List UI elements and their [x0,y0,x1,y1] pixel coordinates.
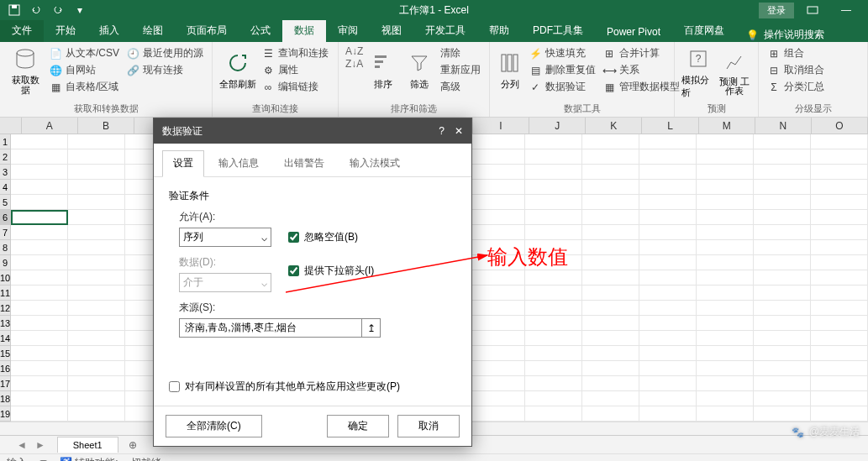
from-web-button[interactable]: 🌐自网站 [47,62,121,78]
row-8[interactable]: 8 [0,240,11,255]
col-K[interactable]: K [586,118,642,134]
forecast-button[interactable]: 预测 工作表 [718,45,752,99]
row-11[interactable]: 11 [0,286,11,301]
cancel-button[interactable]: 取消 [397,415,460,437]
range-selector-icon[interactable]: ↥ [362,318,381,338]
row-15[interactable]: 15 [0,346,11,361]
macro-record-icon[interactable]: ▢ [39,458,48,462]
subtotal-button[interactable]: Σ分类汇总 [765,79,826,95]
existing-conn-button[interactable]: 🔗现有连接 [124,62,205,78]
refresh-all-button[interactable]: 全部刷新 [219,45,256,95]
recent-sources-button[interactable]: 🕘最近使用的源 [124,45,205,61]
tab-powerpivot[interactable]: Power Pivot [595,22,672,42]
ungroup-button[interactable]: ⊟取消组合 [765,62,826,78]
sort-button[interactable]: 排序 [366,45,399,95]
filter-button[interactable]: 筛选 [402,45,435,95]
login-button[interactable]: 登录 [759,3,794,18]
tab-pdf[interactable]: PDF工具集 [521,19,595,42]
row-14[interactable]: 14 [0,331,11,346]
edit-links-button[interactable]: ∞编辑链接 [260,79,330,95]
col-M[interactable]: M [699,118,755,134]
whatif-button[interactable]: ? 模拟分析 [681,45,715,99]
add-sheet-icon[interactable]: ⊕ [120,439,145,451]
apply-all-checkbox[interactable]: 对有同样设置的所有其他单元格应用这些更改(P) [169,380,456,394]
row-6[interactable]: 6 [0,210,11,225]
file-tab[interactable]: 文件 [0,19,44,42]
row-16[interactable]: 16 [0,361,11,376]
tab-home[interactable]: 开始 [44,19,87,42]
row-1[interactable]: 1 [0,134,11,149]
col-A[interactable]: A [22,118,78,134]
help-icon[interactable]: ? [439,125,445,137]
advanced-button[interactable]: 高级 [439,79,482,95]
tab-draw[interactable]: 绘图 [131,19,175,42]
flash-fill-button[interactable]: ⚡快速填充 [527,45,597,61]
col-B[interactable]: B [78,118,134,134]
col-J[interactable]: J [529,118,586,134]
data-model-button[interactable]: ▦管理数据模型 [601,79,681,95]
properties-button[interactable]: ⚙属性 [260,62,330,78]
tab-formulas[interactable]: 公式 [239,19,282,42]
sheet-nav-next-icon[interactable]: ► [35,439,45,451]
row-10[interactable]: 10 [0,270,11,286]
relationships-button[interactable]: ⟷关系 [601,62,681,78]
ok-button[interactable]: 确定 [327,415,389,437]
row-2[interactable]: 2 [0,149,11,165]
sheet-tab-1[interactable]: Sheet1 [57,437,118,453]
tab-data[interactable]: 数据 [282,19,326,42]
tab-help[interactable]: 帮助 [477,19,521,42]
col-L[interactable]: L [642,118,698,134]
row-3[interactable]: 3 [0,165,11,180]
col-O[interactable]: O [812,118,868,134]
group-rows-button[interactable]: ⊞组合 [765,45,826,61]
col-N[interactable]: N [755,118,812,134]
sort-za-button[interactable]: Z↓A [345,58,363,70]
qat-dropdown-icon[interactable]: ▾ [71,2,89,18]
save-icon[interactable] [5,2,24,18]
from-table-button[interactable]: ▦自表格/区域 [47,79,121,95]
minimize-icon[interactable]: — [831,2,861,18]
source-input[interactable] [179,318,362,338]
row-12[interactable]: 12 [0,301,11,316]
row-5[interactable]: 5 [0,195,11,210]
from-csv-button[interactable]: 📄从文本/CSV [47,45,121,61]
dlg-tab-error[interactable]: 出错警告 [273,150,335,176]
data-validation-button[interactable]: ✓数据验证 [527,79,597,95]
dlg-tab-input[interactable]: 输入信息 [208,150,270,176]
row-18[interactable]: 18 [0,391,11,406]
row-7[interactable]: 7 [0,225,11,240]
close-icon[interactable]: ✕ [455,125,463,137]
consolidate-button[interactable]: ⊞合并计算 [601,45,681,61]
tab-baidu[interactable]: 百度网盘 [672,19,736,42]
get-data-button[interactable]: 获取数 据 [7,45,44,95]
tab-view[interactable]: 视图 [370,19,413,42]
row-19[interactable]: 19 [0,406,11,422]
row-4[interactable]: 4 [0,180,11,195]
undo-icon[interactable] [27,2,45,18]
row-9[interactable]: 9 [0,255,11,270]
ignore-blank-checkbox[interactable]: 忽略空值(B) [288,230,358,244]
dialog-titlebar[interactable]: 数据验证 ? ✕ [154,118,471,144]
dlg-tab-ime[interactable]: 输入法模式 [339,150,411,176]
remove-dup-button[interactable]: ▤删除重复值 [527,62,597,78]
row-17[interactable]: 17 [0,376,11,391]
redo-icon[interactable] [49,2,67,18]
allow-select[interactable]: 序列 ⌵ [179,228,271,247]
clear-filter-button[interactable]: 清除 [439,45,482,61]
col-I[interactable]: I [473,118,529,134]
select-all-corner[interactable] [0,118,22,134]
queries-button[interactable]: ☰查询和连接 [260,45,330,61]
tab-insert[interactable]: 插入 [87,19,131,42]
ribbon-display-icon[interactable] [797,2,828,18]
clear-all-button[interactable]: 全部清除(C) [166,415,262,437]
sort-az-button[interactable]: A↓Z [345,45,363,57]
dlg-tab-settings[interactable]: 设置 [162,150,204,177]
tab-review[interactable]: 审阅 [326,19,370,42]
tab-layout[interactable]: 页面布局 [175,19,239,42]
text-to-columns-button[interactable]: 分列 [497,45,523,95]
reapply-button[interactable]: 重新应用 [439,62,482,78]
tell-me[interactable]: 💡 操作说明搜索 [736,28,834,42]
tab-developer[interactable]: 开发工具 [413,19,477,42]
row-13[interactable]: 13 [0,316,11,331]
sheet-nav-prev-icon[interactable]: ◄ [17,439,27,451]
